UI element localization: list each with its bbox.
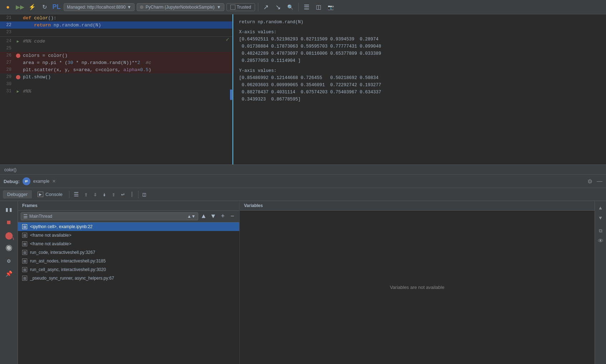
move-down-icon[interactable]: ↘ bbox=[273, 2, 283, 12]
kernel-dropdown[interactable]: PyCharm (JupyterNotebookSample) ▼ bbox=[137, 3, 224, 11]
line-content-31[interactable]: #%% bbox=[21, 89, 232, 94]
managed-server-dropdown[interactable]: Managed: http://localhost:8890 ▼ bbox=[64, 3, 135, 11]
thread-icon: ☰ bbox=[23, 213, 28, 219]
code-line-28: 28 plt.scatter(x, y, s=area, c=colors, a… bbox=[0, 66, 232, 73]
debug-panel: Debug: IP example ✕ ⚙ — Debugger ▶ Conso… bbox=[0, 174, 606, 364]
frame-item-0[interactable]: ▨ <ipython cell>, example.ipynb:22 bbox=[18, 222, 239, 231]
step-into-my-icon[interactable]: ↡ bbox=[101, 190, 108, 200]
frame-item-4[interactable]: ▨ run_ast_nodes, interactiveshell.py:318… bbox=[18, 257, 239, 265]
mute-breakpoints-btn[interactable]: ⬤ ∖ bbox=[3, 230, 15, 241]
menu-icon[interactable]: ☰ bbox=[302, 2, 312, 12]
managed-server-label: Managed: http://localhost:8890 bbox=[67, 5, 126, 10]
gutter-24: ▶ bbox=[14, 39, 21, 44]
reload-btn[interactable]: ↻ bbox=[39, 2, 49, 12]
output-yaxis-values: [0.85486992 0.12144668 0.726455 0.502186… bbox=[239, 74, 600, 103]
columns-icon[interactable]: ◫ bbox=[314, 2, 324, 12]
step-into-icon[interactable]: ⇩ bbox=[91, 190, 99, 200]
frame-label-4: run_ast_nodes, interactiveshell.py:3185 bbox=[30, 259, 106, 264]
scrollbar-thumb[interactable] bbox=[230, 89, 232, 100]
frame-label-3: run_code, interactiveshell.py:3267 bbox=[30, 250, 95, 255]
var-scroll-down-btn[interactable]: ▼ bbox=[596, 214, 605, 222]
main-content: ✓ 21 def color(): 22 return np.random.ra… bbox=[0, 14, 606, 364]
stop-btn[interactable]: ■ bbox=[3, 217, 15, 228]
frames-header: Frames bbox=[18, 201, 239, 211]
var-copy-btn[interactable]: ⧉ bbox=[596, 227, 605, 235]
line-num-27: 27 bbox=[0, 60, 14, 65]
image-icon[interactable]: 📷 bbox=[326, 2, 336, 12]
frame-down-btn[interactable]: ▼ bbox=[209, 212, 218, 221]
evaluate-icon[interactable]: | bbox=[128, 190, 136, 199]
line-content-27[interactable]: area = np.pi * (30 * np.random.rand(N))*… bbox=[21, 60, 232, 65]
line-content-22[interactable]: return np.random.rand(N) bbox=[21, 23, 232, 28]
settings-side-btn[interactable]: ⚙ bbox=[3, 255, 15, 267]
pause-btn[interactable]: ▮▮ bbox=[3, 204, 15, 215]
dropdown-arrow-icon: ▼ bbox=[127, 5, 131, 10]
remove-frame-btn[interactable]: − bbox=[228, 212, 236, 221]
search-replace-icon[interactable]: 🔍 bbox=[285, 2, 295, 12]
frame-label-0: <ipython cell>, example.ipynb:22 bbox=[30, 224, 93, 229]
frame-item-6[interactable]: ▨ _pseudo_sync_runner, async_helpers.py:… bbox=[18, 274, 239, 282]
var-scroll-up-btn[interactable]: ▲ bbox=[596, 204, 605, 212]
code-line-26: 26 ⬤ colors = color() bbox=[0, 52, 232, 59]
run-arrow-24[interactable]: ▶ bbox=[17, 39, 19, 44]
gutter-26: ⬤ bbox=[14, 53, 21, 58]
line-content-21[interactable]: def color(): bbox=[21, 15, 232, 21]
frame-item-1[interactable]: ▨ <frame not available> bbox=[18, 231, 239, 240]
thread-select[interactable]: ☰ MainThread ▲▼ bbox=[21, 212, 198, 220]
pin-btn[interactable]: 📌 bbox=[3, 268, 15, 280]
trusted-button[interactable]: Trusted bbox=[226, 3, 255, 11]
run-btn[interactable]: ▶▶ bbox=[15, 2, 25, 12]
layout-icon[interactable]: ◫ bbox=[141, 190, 148, 200]
kernel-status-dot bbox=[140, 5, 143, 9]
datagrip-btn[interactable]: PL bbox=[52, 2, 62, 12]
code-line-22: 22 return np.random.rand(N) bbox=[0, 21, 232, 29]
run-to-cursor-icon[interactable]: ↩ bbox=[119, 190, 127, 200]
cell-divider-1 bbox=[0, 36, 232, 37]
editor-output-area: ✓ 21 def color(): 22 return np.random.ra… bbox=[0, 14, 606, 164]
line-content-24[interactable]: #%% code bbox=[21, 39, 232, 44]
notebook-icon-btn[interactable]: ● bbox=[3, 2, 13, 12]
trusted-checkbox[interactable] bbox=[230, 5, 235, 10]
line-content-26[interactable]: colors = color() bbox=[21, 53, 232, 58]
line-num-31: 31 bbox=[0, 89, 14, 94]
step-out-icon[interactable]: ⇧ bbox=[110, 190, 118, 200]
var-view-btn[interactable]: 👁 bbox=[596, 237, 605, 245]
line-num-28: 28 bbox=[0, 67, 14, 72]
call-stack-bar: color() bbox=[0, 164, 606, 174]
breakpoint-29[interactable]: ⬤ bbox=[16, 74, 20, 80]
view-breakpoints-btn[interactable]: 🔘 bbox=[3, 242, 15, 254]
debug-toolbar-sep-2 bbox=[138, 191, 138, 198]
line-content-29[interactable]: plt.show() bbox=[21, 74, 232, 80]
debug-close-btn[interactable]: ✕ bbox=[52, 179, 56, 184]
debug-body: ▮▮ ■ ⬤ ∖ 🔘 ⚙ 📌 Frames ☰ MainThread ▲▼ bbox=[0, 201, 606, 364]
breakpoint-26[interactable]: ⬤ bbox=[16, 53, 20, 58]
variables-panel: Variables Variables are not available bbox=[240, 201, 595, 364]
tab-debugger[interactable]: Debugger bbox=[3, 190, 32, 198]
show-frames-icon[interactable]: ☰ bbox=[72, 190, 81, 200]
frame-item-5[interactable]: ▨ run_cell_async, interactiveshell.py:30… bbox=[18, 265, 239, 274]
line-content-28[interactable]: plt.scatter(x, y, s=area, c=colors, alph… bbox=[21, 67, 232, 73]
debug-settings-icon[interactable]: ⚙ bbox=[587, 178, 592, 185]
console-tab-icon: ▶ bbox=[38, 192, 43, 197]
debug-minimize-icon[interactable]: — bbox=[597, 178, 602, 185]
top-toolbar: ● ▶▶ ⚡ ↻ PL Managed: http://localhost:88… bbox=[0, 0, 606, 14]
lightning-btn[interactable]: ⚡ bbox=[27, 2, 37, 12]
toolbar-separator-2 bbox=[298, 3, 299, 11]
step-over-icon[interactable]: ⇧ bbox=[82, 190, 90, 200]
frame-icon-0: ▨ bbox=[22, 224, 27, 229]
kernel-dropdown-arrow-icon: ▼ bbox=[217, 5, 221, 10]
frame-icon-4: ▨ bbox=[22, 259, 27, 264]
thread-select-arrows[interactable]: ▲▼ bbox=[187, 214, 196, 219]
run-arrow-31[interactable]: ▶ bbox=[17, 89, 19, 94]
frame-up-btn[interactable]: ▲ bbox=[200, 212, 208, 221]
add-frame-btn[interactable]: + bbox=[219, 212, 227, 221]
cell-ok-icon: ✓ bbox=[226, 36, 229, 43]
move-up-icon[interactable]: ↗ bbox=[261, 2, 271, 12]
output-panel: return np.random.rand(N) X-axis values: … bbox=[233, 14, 606, 164]
frame-item-2[interactable]: ▨ <frame not available> bbox=[18, 240, 239, 248]
frame-item-3[interactable]: ▨ run_code, interactiveshell.py:3267 bbox=[18, 248, 239, 257]
code-line-24: 24 ▶ #%% code bbox=[0, 38, 232, 45]
gutter-31: ▶ bbox=[14, 89, 21, 94]
console-tab-label: Console bbox=[45, 192, 63, 197]
tab-console[interactable]: ▶ Console bbox=[33, 190, 67, 198]
